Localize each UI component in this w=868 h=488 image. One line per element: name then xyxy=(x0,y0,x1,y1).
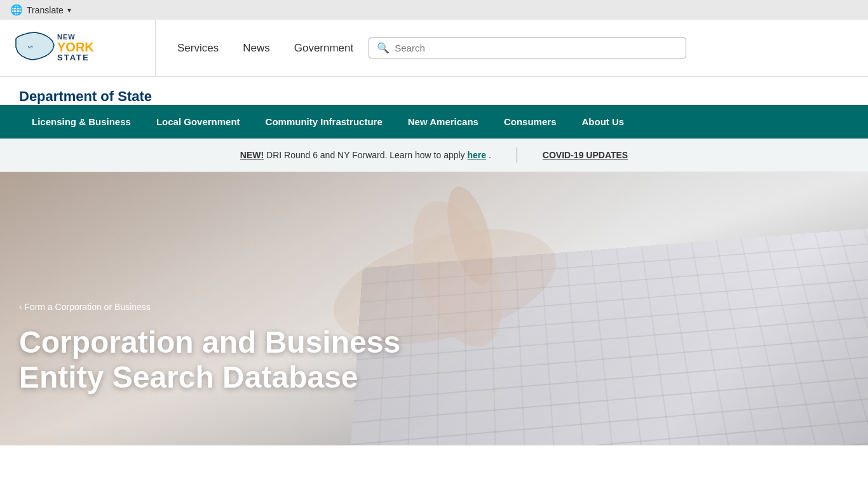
search-icon: 🔍 xyxy=(377,42,390,54)
hero-section: ‹ Form a Corporation or Business Corpora… xyxy=(0,172,868,445)
here-link[interactable]: here xyxy=(468,150,487,160)
translate-chevron-icon[interactable]: ▾ xyxy=(67,6,71,15)
covid-updates-link[interactable]: COVID-19 UPDATES xyxy=(543,150,628,160)
logo-york: YORK xyxy=(57,41,94,53)
teal-nav-local-government[interactable]: Local Government xyxy=(144,105,253,139)
teal-nav-community-infrastructure[interactable]: Community Infrastructure xyxy=(253,105,395,139)
announcement-period: . xyxy=(489,150,491,160)
search-bar[interactable]: 🔍 xyxy=(369,37,686,58)
nys-logo[interactable]: NY NEW YORK STATE xyxy=(13,29,94,67)
top-nav: NY NEW YORK STATE Services News Governme… xyxy=(0,20,868,77)
teal-nav-consumers[interactable]: Consumers xyxy=(491,105,569,139)
svg-text:NY: NY xyxy=(28,45,33,49)
teal-nav-about-us[interactable]: About Us xyxy=(569,105,637,139)
logo-text: NEW YORK STATE xyxy=(57,33,94,62)
breadcrumb-chevron-icon: ‹ xyxy=(19,302,22,311)
hero-title-line2: Entity Search Database xyxy=(19,360,358,394)
translate-label[interactable]: Translate xyxy=(27,5,64,15)
logo-state: STATE xyxy=(57,53,94,62)
search-input[interactable] xyxy=(395,43,678,53)
announcement-text: DRI Round 6 and NY Forward. Learn how to… xyxy=(266,150,467,160)
teal-nav-new-americans[interactable]: New Americans xyxy=(395,105,491,139)
dept-header: Department of State xyxy=(0,77,868,105)
breadcrumb-text: Form a Corporation or Business xyxy=(24,302,150,312)
globe-icon: 🌐 xyxy=(10,4,23,16)
announcement-divider xyxy=(517,147,517,163)
nav-item-government[interactable]: Government xyxy=(285,37,363,60)
hero-title-line1: Corporation and Business xyxy=(19,325,400,359)
logo-area: NY NEW YORK STATE xyxy=(0,20,156,76)
translate-bar: 🌐 Translate ▾ xyxy=(0,0,868,20)
breadcrumb-link[interactable]: ‹ Form a Corporation or Business xyxy=(19,302,400,312)
ny-state-map-icon: NY xyxy=(13,29,57,67)
hero-title: Corporation and Business Entity Search D… xyxy=(19,325,400,395)
main-nav-items: Services News Government 🔍 xyxy=(156,37,868,60)
nav-item-services[interactable]: Services xyxy=(168,37,227,60)
dept-title: Department of State xyxy=(19,88,849,105)
nav-item-news[interactable]: News xyxy=(234,37,279,60)
hero-content: ‹ Form a Corporation or Business Corpora… xyxy=(19,302,400,395)
announcement-bar: NEW! DRI Round 6 and NY Forward. Learn h… xyxy=(0,139,868,172)
announcement-message: NEW! DRI Round 6 and NY Forward. Learn h… xyxy=(240,150,491,160)
new-badge: NEW! xyxy=(240,150,264,160)
teal-nav: Licensing & Business Local Government Co… xyxy=(0,105,868,139)
teal-nav-licensing-business[interactable]: Licensing & Business xyxy=(19,105,144,139)
